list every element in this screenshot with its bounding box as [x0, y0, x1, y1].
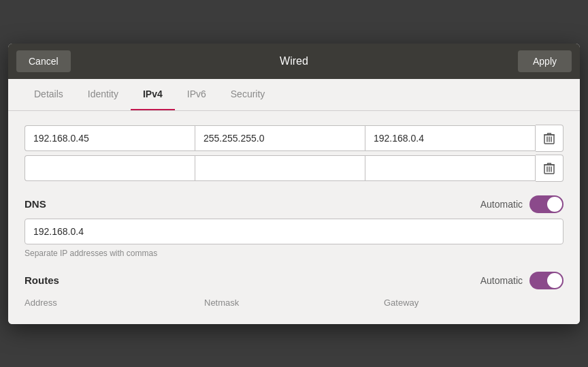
titlebar: Cancel Wired Apply	[8, 44, 580, 79]
content-area: DNS Automatic Separate IP addresses with…	[8, 111, 580, 324]
netmask-2[interactable]	[195, 155, 365, 181]
routes-section-header: Routes Automatic	[24, 272, 564, 289]
ip-row-1	[24, 125, 564, 152]
apply-button[interactable]: Apply	[518, 50, 572, 72]
routes-toggle-slider	[529, 272, 564, 289]
dialog-title: Wired	[280, 55, 308, 67]
routes-automatic-row: Automatic	[480, 272, 564, 289]
netmask-1[interactable]	[195, 125, 365, 151]
dns-section-header: DNS Automatic	[24, 195, 564, 213]
routes-col-address: Address	[24, 295, 204, 310]
routes-column-headers: Address Netmask Gateway	[24, 295, 564, 310]
delete-row-1-button[interactable]	[536, 125, 564, 152]
gateway-2[interactable]	[365, 155, 536, 181]
delete-row-2-button[interactable]	[536, 155, 564, 182]
trash-icon	[544, 132, 555, 144]
tab-bar: Details Identity IPv4 IPv6 Security	[8, 79, 580, 111]
dns-hint: Separate IP addresses with commas	[24, 249, 564, 258]
ip-address-1[interactable]	[24, 125, 195, 151]
dns-automatic-label: Automatic	[480, 199, 523, 210]
ip-address-2[interactable]	[24, 155, 195, 181]
ip-address-table	[24, 125, 564, 182]
cancel-button[interactable]: Cancel	[16, 50, 71, 72]
tab-ipv6[interactable]: IPv6	[175, 79, 218, 110]
trash-icon-2	[544, 162, 555, 174]
dns-toggle[interactable]	[529, 195, 564, 213]
routes-col-gateway: Gateway	[384, 295, 564, 310]
routes-col-netmask: Netmask	[204, 295, 384, 310]
dialog: Cancel Wired Apply Details Identity IPv4…	[8, 44, 580, 324]
routes-label: Routes	[24, 274, 59, 286]
dns-input[interactable]	[24, 219, 564, 244]
tab-security[interactable]: Security	[218, 79, 278, 110]
tab-details[interactable]: Details	[22, 79, 76, 110]
tab-ipv4[interactable]: IPv4	[131, 79, 175, 110]
routes-automatic-label: Automatic	[480, 275, 523, 286]
dns-label: DNS	[24, 198, 46, 210]
gateway-1[interactable]	[365, 125, 536, 151]
tab-identity[interactable]: Identity	[76, 79, 131, 110]
ip-row-2	[24, 155, 564, 182]
dns-toggle-slider	[529, 195, 564, 213]
routes-toggle[interactable]	[529, 272, 564, 289]
dns-automatic-row: Automatic	[480, 195, 564, 213]
